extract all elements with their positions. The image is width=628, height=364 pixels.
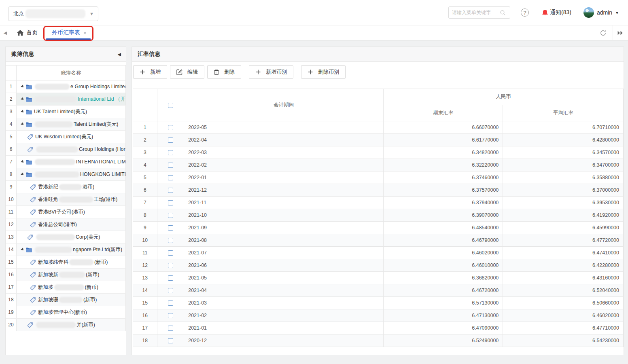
table-row[interactable]: 12022-056.660700006.70710000 xyxy=(133,121,624,134)
tree-row[interactable]: 18新加坡珊(新币) xyxy=(6,294,126,306)
tree-row[interactable]: 7INTERNATIONAL LIMIT xyxy=(6,156,126,168)
notifications-button[interactable]: 通知(83) xyxy=(542,9,571,16)
account-book-tree: 账簿名称 1e Group Holdings Limited(2Internat… xyxy=(6,65,126,331)
row-checkbox[interactable] xyxy=(168,188,173,193)
table-row[interactable]: 72021-116.379400006.39530000 xyxy=(133,197,624,209)
tree-row[interactable]: 19新加坡管理中心(新币) xyxy=(6,306,126,319)
row-checkbox[interactable] xyxy=(168,250,173,256)
table-row[interactable]: 152021-036.571300006.50660000 xyxy=(133,297,624,309)
avg-rate-cell: 6.46020000 xyxy=(503,309,624,322)
table-row[interactable]: 142021-046.467200006.52040000 xyxy=(133,284,624,297)
table-row[interactable]: 102021-086.467900006.47720000 xyxy=(133,234,624,247)
tree-row[interactable]: 10香港旺角工场(港币) xyxy=(6,193,126,206)
tree-row[interactable]: 2International Ltd （开曼 xyxy=(6,93,126,106)
row-checkbox[interactable] xyxy=(168,238,173,243)
table-row[interactable]: 62021-126.375700006.37000000 xyxy=(133,184,624,197)
tree-row-index: 5 xyxy=(6,131,17,143)
tree-row-label: 新加坡管理中心(新币) xyxy=(17,306,126,318)
menu-search-box[interactable] xyxy=(448,6,510,19)
tree-expander-icon[interactable] xyxy=(21,122,25,126)
close-icon[interactable]: × xyxy=(83,30,87,36)
period-cell: 2021-07 xyxy=(184,247,384,259)
avg-rate-cell: 6.34570000 xyxy=(503,146,624,159)
table-row[interactable]: 122021-066.460100006.42280000 xyxy=(133,259,624,272)
avg-rate-cell: 6.45990000 xyxy=(503,222,624,234)
table-row[interactable]: 22022-046.617700006.42800000 xyxy=(133,134,624,146)
tree-row[interactable]: 8HONGKONG LIMITED( xyxy=(6,168,126,181)
row-checkbox[interactable] xyxy=(168,125,173,130)
edit-button[interactable]: 编辑 xyxy=(170,65,204,79)
row-checkbox[interactable] xyxy=(168,301,173,306)
row-checkbox[interactable] xyxy=(168,275,173,281)
table-row[interactable]: 92021-096.485400006.45990000 xyxy=(133,222,624,234)
add-currency-button[interactable]: 新增币别 xyxy=(249,65,293,79)
table-row[interactable]: 42022-026.322200006.34700000 xyxy=(133,159,624,171)
table-row[interactable]: 172021-016.470900006.47710000 xyxy=(133,322,624,334)
tree-expander-icon[interactable] xyxy=(21,160,25,164)
row-checkbox[interactable] xyxy=(168,313,173,318)
tree-expander-icon[interactable] xyxy=(21,172,25,176)
collapse-panel-icon[interactable]: ◀ xyxy=(118,52,121,57)
add-button[interactable]: 新增 xyxy=(133,65,167,79)
table-row[interactable]: 182020-126.524900006.54230000 xyxy=(133,334,624,347)
tree-expander-icon[interactable] xyxy=(21,248,25,252)
tree-row[interactable]: 5UK Wisdom Limited(美元) xyxy=(6,131,126,143)
table-row[interactable]: 132021-056.368200006.43160000 xyxy=(133,272,624,284)
row-checkbox[interactable] xyxy=(168,200,173,205)
table-row[interactable]: 52022-016.374600006.35880000 xyxy=(133,171,624,184)
tree-row[interactable]: 14ngapore Pte.Ltd(新币) xyxy=(6,243,126,256)
refresh-icon[interactable] xyxy=(594,25,613,40)
tree-row-label: 新加坡新(新币) xyxy=(17,269,126,281)
tree-label-text: 工场(港币) xyxy=(94,196,117,203)
table-row[interactable]: 162021-026.471300006.46020000 xyxy=(133,309,624,322)
row-checkbox[interactable] xyxy=(168,225,173,231)
tree-row[interactable]: 13Corp(美元) xyxy=(6,231,126,243)
redacted-text xyxy=(69,259,93,265)
delete-button[interactable]: 删除 xyxy=(207,65,241,79)
button-label: 新增币别 xyxy=(266,68,287,76)
notification-label: 通知(83) xyxy=(550,9,571,16)
tree-row[interactable]: 1e Group Holdings Limited( xyxy=(6,80,126,93)
row-checkbox[interactable] xyxy=(168,163,173,168)
row-checkbox[interactable] xyxy=(168,150,173,155)
delete-currency-button[interactable]: 删除币别 xyxy=(301,65,346,79)
fast-forward-icon[interactable] xyxy=(613,25,628,40)
row-index: 11 xyxy=(133,247,157,259)
table-row[interactable]: 112021-076.460200006.47410000 xyxy=(133,247,624,259)
row-checkbox[interactable] xyxy=(168,138,173,143)
tree-expander-icon[interactable] xyxy=(21,85,25,89)
tree-row[interactable]: 15新加坡纬壹科(新币) xyxy=(6,256,126,269)
row-checkbox[interactable] xyxy=(168,213,173,218)
tree-row[interactable]: 3UK Talent Limited(美元) xyxy=(6,106,126,118)
tree-row[interactable]: 20并(新币) xyxy=(6,319,126,331)
tab-foreign-currency-rates[interactable]: 外币汇率表 × xyxy=(45,25,92,40)
redacted-text xyxy=(59,272,85,278)
home-tab[interactable]: 首页 xyxy=(11,25,45,40)
row-checkbox[interactable] xyxy=(168,288,173,293)
tree-label-text: Talent Limited(美元) xyxy=(74,121,118,128)
org-selector-dropdown[interactable]: 北京 ▼ xyxy=(8,6,98,21)
table-row[interactable]: 82021-106.390700006.41920000 xyxy=(133,209,624,222)
table-row[interactable]: 32022-036.348200006.34570000 xyxy=(133,146,624,159)
select-all-checkbox[interactable] xyxy=(168,103,173,108)
redacted-text xyxy=(35,96,77,102)
tree-row[interactable]: 11香港BVI子公司(港币) xyxy=(6,206,126,218)
tree-row-label: 香港新纪港币) xyxy=(17,181,126,193)
tree-row[interactable]: 17新加坡(新币) xyxy=(6,281,126,294)
tree-row[interactable]: 6Group Holdings (Hong K xyxy=(6,143,126,156)
user-menu[interactable]: admin ▼ xyxy=(583,7,619,18)
tree-row[interactable]: 4Talent Limited(美元) xyxy=(6,118,126,131)
tree-row[interactable]: 16新加坡新(新币) xyxy=(6,269,126,281)
search-icon[interactable] xyxy=(500,10,506,16)
tree-expander-icon[interactable] xyxy=(21,110,25,114)
row-checkbox[interactable] xyxy=(168,338,173,343)
help-button[interactable]: ? xyxy=(521,8,529,17)
row-checkbox[interactable] xyxy=(168,175,173,180)
tree-row[interactable]: 12香港总公司(港币) xyxy=(6,218,126,231)
menu-search-input[interactable] xyxy=(452,10,500,15)
tree-row[interactable]: 9香港新纪港币) xyxy=(6,181,126,193)
row-checkbox[interactable] xyxy=(168,263,173,268)
tab-scroll-left-button[interactable]: ◀ xyxy=(0,25,11,40)
row-checkbox[interactable] xyxy=(168,326,173,331)
tree-expander-icon[interactable] xyxy=(21,97,25,101)
